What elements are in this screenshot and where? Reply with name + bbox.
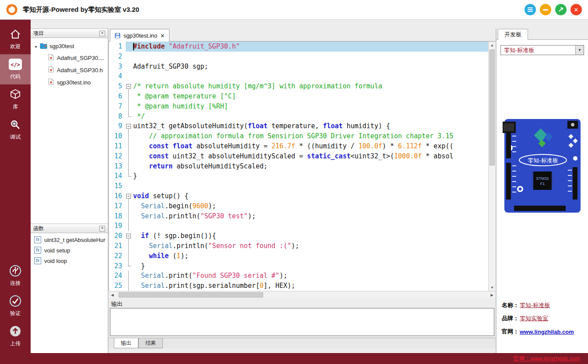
tree-file-row[interactable]: sgp30test.ino [31,76,108,88]
vertical-scrollbar[interactable] [488,42,496,291]
output-tab[interactable]: 输出 [114,338,138,348]
code-line[interactable]: 7 * @param humidity [%RH] [109,102,488,112]
code-text[interactable] [132,71,488,81]
code-text[interactable] [132,181,488,191]
scroll-left-button[interactable] [109,291,116,298]
sidebar-item-verify[interactable]: 验证 [0,291,31,321]
code-line[interactable]: 8 */ [109,112,488,122]
minimize-button[interactable] [540,4,551,15]
code-line[interactable]: 20 if (! sgp.begin()){ [109,231,488,241]
code-text[interactable]: // approximation formula from Sensirion … [132,131,488,141]
code-text[interactable] [132,52,488,62]
code-line[interactable]: 18 Serial.println("SGP30 test"); [109,211,488,221]
fold-toggle-icon[interactable] [126,121,132,131]
code-text[interactable] [132,221,488,231]
code-text[interactable]: Adafruit_SGP30 sgp; [132,62,488,72]
output-console[interactable] [110,308,494,336]
menu-button[interactable] [525,4,536,15]
code-line[interactable]: 21 Serial.println("Sensor not found :(")… [109,241,488,251]
sidebar-item-code[interactable]: 代码 [0,54,31,84]
code-line[interactable]: 11 const float absoluteHumidity = 216.7f… [109,141,488,151]
code-text[interactable]: * @param temperature [°C] [132,91,488,102]
code-text[interactable]: } [132,261,488,271]
code-text[interactable]: /* return absolute humidity [mg/m^3] wit… [132,81,488,91]
board-select-dropdown[interactable]: 零知-标准板 [500,45,584,55]
code-lines[interactable]: 1#include "Adafruit_SGP30.h"23Adafruit_S… [109,42,488,291]
tab-close-icon[interactable] [160,32,165,39]
close-button[interactable] [570,4,582,15]
code-line[interactable]: 2 [109,52,488,62]
code-line[interactable]: 23 } [109,261,488,271]
website-link[interactable]: www.lingzhilab.com [520,329,574,335]
fold-toggle-icon[interactable] [126,191,132,201]
sidebar-item-connect[interactable]: 连接 [0,261,31,291]
code-text[interactable]: Serial.println("Sensor not found :("); [132,241,488,251]
code-text[interactable]: Serial.print(sgp.serialnumber[0], HEX); [132,281,488,291]
code-line[interactable]: 14} [109,171,488,181]
tree-folder-row[interactable]: sgp30test [31,40,108,52]
result-tab[interactable]: 结果 [138,338,163,348]
code-text[interactable]: } [132,171,488,181]
code-text[interactable]: #include "Adafruit_SGP30.h" [132,42,488,52]
function-item[interactable]: void loop [31,256,108,266]
code-line[interactable]: 15 [109,181,488,191]
code-line[interactable]: 25 Serial.print(sgp.serialnumber[0], HEX… [109,281,488,291]
fold-toggle-icon[interactable] [126,81,132,91]
code-line[interactable]: 13 return absoluteHumidityScaled; [109,161,488,172]
expand-arrow-icon[interactable] [34,43,38,49]
function-item[interactable]: uint32_t getAbsoluteHur [31,234,108,245]
code-line[interactable]: 19 [109,221,488,231]
horizontal-scrollbar[interactable] [109,291,496,298]
code-text[interactable]: const float absoluteHumidity = 216.7f * … [132,141,488,151]
code-line[interactable]: 16void setup() { [109,191,488,201]
vertical-scroll-track[interactable] [489,49,496,284]
board-tab[interactable]: 开发板 [498,29,528,40]
horizontal-scroll-thumb[interactable] [119,292,263,298]
code-text[interactable]: void setup() { [132,191,488,201]
horizontal-scroll-track[interactable] [116,291,488,298]
sidebar-item-library[interactable]: 库 [0,84,31,115]
code-text[interactable]: Serial.println("SGP30 test"); [132,211,488,221]
dropdown-arrow-icon[interactable] [575,46,584,55]
code-line[interactable]: 3Adafruit_SGP30 sgp; [109,62,488,72]
scroll-down-button[interactable] [489,284,496,291]
editor-tab[interactable]: sgp30test.ino [110,29,169,42]
board-name-link[interactable]: 零知-标准板 [520,301,550,309]
code-text[interactable]: uint32_t getAbsoluteHumidity(float tempe… [132,121,488,131]
statusbar-website-link[interactable]: 官网：www.lingzhilab.com [514,355,580,363]
function-item[interactable]: void setup [31,245,108,256]
code-text[interactable]: const uint32_t absoluteHumidityScaled = … [132,151,488,161]
code-line[interactable]: 17 Serial.begin(9600); [109,201,488,211]
code-line[interactable]: 10 // approximation formula from Sensiri… [109,131,488,141]
tree-file-row[interactable]: Adafruit_SGP30.h [31,64,108,76]
function-fx-icon [34,257,41,264]
code-text[interactable]: Serial.begin(9600); [132,201,488,211]
code-line[interactable]: 22 while (1); [109,251,488,261]
sidebar-item-upload[interactable]: 上传 [0,321,31,351]
scroll-right-button[interactable] [488,291,496,298]
fold-toggle-icon[interactable] [126,231,132,241]
capture-button[interactable] [555,4,567,15]
functions-panel-close-button[interactable] [99,226,105,231]
tree-file-row[interactable]: Adafruit_SGP30.... [31,52,108,64]
code-text[interactable]: return absoluteHumidityScaled; [132,161,488,172]
code-text[interactable]: Serial.print("Found SGP30 serial #"); [132,271,488,281]
scroll-up-button[interactable] [489,42,496,49]
sidebar-item-debug[interactable]: 调试 [0,115,31,145]
code-line[interactable]: 6 * @param temperature [°C] [109,91,488,102]
vertical-scroll-thumb[interactable] [489,49,495,165]
code-line[interactable]: 4 [109,71,488,81]
code-text[interactable]: * @param humidity [%RH] [132,102,488,112]
code-editor[interactable]: 1#include "Adafruit_SGP30.h"23Adafruit_S… [109,42,496,291]
board-brand-link[interactable]: 零知实验室 [520,315,548,322]
code-text[interactable]: while (1); [132,251,488,261]
code-line[interactable]: 24 Serial.print("Found SGP30 serial #"); [109,271,488,281]
project-panel-close-button[interactable] [99,31,105,36]
code-text[interactable]: if (! sgp.begin()){ [132,231,488,241]
code-line[interactable]: 5/* return absolute humidity [mg/m^3] wi… [109,81,488,91]
code-line[interactable]: 12 const uint32_t absoluteHumidityScaled… [109,151,488,161]
code-line[interactable]: 9uint32_t getAbsoluteHumidity(float temp… [109,121,488,131]
sidebar-item-welcome[interactable]: 欢迎 [0,24,31,54]
code-text[interactable]: */ [132,112,488,122]
code-line[interactable]: 1#include "Adafruit_SGP30.h" [109,42,488,52]
